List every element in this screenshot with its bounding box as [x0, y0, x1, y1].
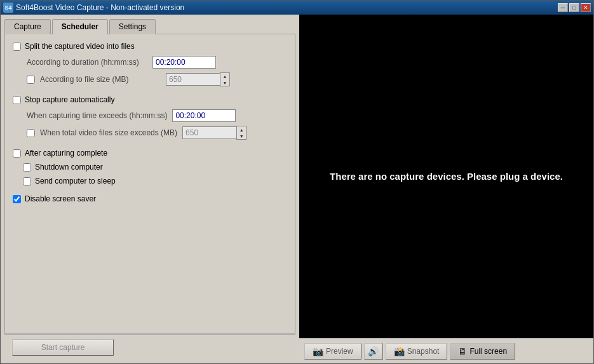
scheduler-panel: Split the captured video into files Acco…: [4, 34, 295, 334]
title-bar: S4 Soft4Boost Video Capture - Non-activa…: [1, 1, 593, 15]
filesize-spinner: ▲ ▼: [166, 72, 230, 86]
tab-capture[interactable]: Capture: [4, 19, 51, 34]
no-device-message: There are no capture devices. Please plu…: [330, 171, 563, 182]
after-capture-section: After capturing complete Shutdown comput…: [13, 149, 287, 185]
filesize-spinner-btns: ▲ ▼: [220, 72, 230, 86]
split-video-label: Split the captured video into files: [25, 42, 135, 51]
filesize-input[interactable]: [166, 73, 220, 86]
video-controls-bar: 📷 Preview 🔊 📸 Snapshot 🖥 Full screen: [299, 338, 593, 363]
tab-scheduler[interactable]: Scheduler: [52, 19, 108, 34]
window-controls: ─ □ ✕: [558, 3, 591, 12]
preview-button[interactable]: 📷 Preview: [304, 343, 361, 360]
sleep-row: Send computer to sleep: [23, 177, 287, 185]
stop-capture-row: Stop capture automatically: [13, 95, 287, 104]
capture-time-label: When capturing time exceeds (hh:mm:ss): [27, 111, 167, 120]
camera-icon: 📷: [313, 346, 323, 356]
split-video-section: Split the captured video into files Acco…: [13, 42, 287, 86]
after-capture-options: Shutdown computer Send computer to sleep: [23, 163, 287, 185]
monitor-icon: 🖥: [458, 346, 467, 356]
totalsize-down-btn[interactable]: ▼: [237, 133, 246, 139]
filesize-up-btn[interactable]: ▲: [220, 73, 229, 79]
capture-time-row: When capturing time exceeds (hh:mm:ss): [27, 109, 287, 122]
app-icon: S4: [3, 3, 13, 13]
totalsize-spinner: ▲ ▼: [182, 126, 246, 140]
split-video-checkbox[interactable]: [13, 43, 21, 51]
totalsize-input[interactable]: [182, 126, 236, 139]
content-area: Capture Scheduler Settings Split the cap…: [1, 15, 593, 363]
tab-settings[interactable]: Settings: [109, 19, 156, 34]
sleep-checkbox[interactable]: [23, 177, 31, 185]
tab-bar: Capture Scheduler Settings: [4, 18, 295, 34]
duration-row: According to duration (hh:mm:ss): [27, 56, 287, 69]
filesize-down-btn[interactable]: ▼: [220, 79, 229, 86]
main-window: S4 Soft4Boost Video Capture - Non-activa…: [0, 0, 594, 364]
stop-capture-checkbox[interactable]: [13, 96, 21, 104]
capture-time-input[interactable]: [172, 109, 236, 122]
screensaver-section: Disable screen saver: [13, 194, 287, 203]
snapshot-icon: 📸: [394, 346, 405, 356]
filesize-checkbox[interactable]: [27, 76, 35, 84]
duration-label: According to duration (hh:mm:ss): [27, 58, 147, 67]
screensaver-row: Disable screen saver: [13, 194, 287, 203]
left-bottom-bar: Start capture: [4, 334, 295, 360]
totalsize-up-btn[interactable]: ▲: [237, 126, 246, 133]
stop-capture-label: Stop capture automatically: [25, 95, 114, 104]
screensaver-checkbox[interactable]: [13, 195, 21, 203]
fullscreen-button[interactable]: 🖥 Full screen: [450, 343, 515, 360]
after-capture-row: After capturing complete: [13, 149, 287, 158]
right-panel: There are no capture devices. Please plu…: [299, 15, 593, 363]
split-video-row: Split the captured video into files: [13, 42, 287, 51]
totalsize-spinner-btns: ▲ ▼: [236, 126, 246, 140]
shutdown-label: Shutdown computer: [35, 163, 103, 172]
duration-input[interactable]: [152, 56, 216, 69]
after-capture-checkbox[interactable]: [13, 149, 21, 158]
stop-capture-options: When capturing time exceeds (hh:mm:ss) W…: [27, 109, 287, 140]
totalsize-checkbox[interactable]: [27, 129, 35, 137]
totalsize-label: When total video files size exceeds (MB): [40, 128, 177, 137]
screensaver-label: Disable screen saver: [25, 194, 96, 203]
after-capture-label: After capturing complete: [25, 149, 107, 158]
restore-button[interactable]: □: [569, 3, 579, 12]
shutdown-row: Shutdown computer: [23, 163, 287, 172]
sleep-label: Send computer to sleep: [35, 177, 116, 185]
close-button[interactable]: ✕: [581, 3, 591, 12]
split-video-options: According to duration (hh:mm:ss) Accordi…: [27, 56, 287, 86]
filesize-row: According to file size (MB) ▲ ▼: [27, 72, 287, 86]
filesize-label: According to file size (MB): [40, 75, 161, 84]
minimize-button[interactable]: ─: [558, 3, 568, 12]
speaker-icon: 🔊: [368, 346, 379, 356]
left-panel: Capture Scheduler Settings Split the cap…: [1, 15, 299, 363]
window-title: Soft4Boost Video Capture - Non-activated…: [16, 3, 558, 12]
snapshot-button[interactable]: 📸 Snapshot: [386, 343, 448, 360]
start-capture-button[interactable]: Start capture: [12, 339, 114, 356]
video-preview-area: There are no capture devices. Please plu…: [299, 15, 593, 338]
shutdown-checkbox[interactable]: [23, 163, 31, 172]
totalsize-row: When total video files size exceeds (MB)…: [27, 126, 287, 140]
volume-button[interactable]: 🔊: [364, 343, 383, 360]
stop-capture-section: Stop capture automatically When capturin…: [13, 95, 287, 140]
